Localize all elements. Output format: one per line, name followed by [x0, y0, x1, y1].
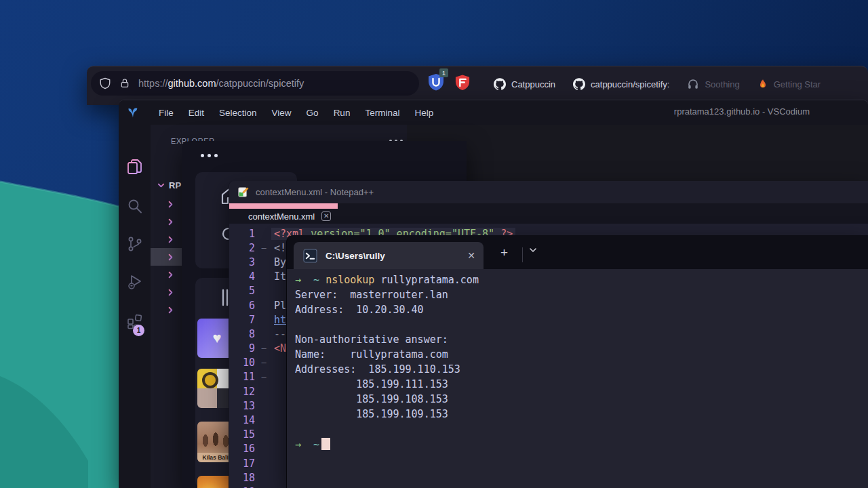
terminal-line: → ~: [295, 438, 868, 453]
menu-terminal[interactable]: Terminal: [357, 105, 407, 121]
extensions-badge: 1: [133, 325, 144, 336]
tab-contextmenu-xml[interactable]: contextMenu.xml ✕: [248, 211, 331, 222]
chevron-right-icon: [165, 270, 176, 280]
notepad-window-title: contextMenu.xml - Notepad++: [256, 187, 374, 197]
bookmark-getting-started[interactable]: Getting Star: [757, 78, 821, 90]
activity-bar: 1: [119, 125, 151, 488]
menu-bar: File Edit Selection View Go Run Terminal…: [151, 105, 441, 121]
menu-selection[interactable]: Selection: [212, 105, 264, 121]
chevron-right-icon: [165, 199, 176, 209]
chevron-right-icon: [165, 235, 176, 245]
menu-file[interactable]: File: [151, 105, 181, 121]
red-shield-extension-icon[interactable]: [455, 74, 470, 91]
notepad-titlebar: contextMenu.xml - Notepad++: [229, 181, 868, 203]
explorer-files-icon[interactable]: [126, 158, 144, 176]
bookmark-label: catppuccin/spicetify:: [591, 79, 669, 89]
terminal-line: Non-authoritative answer:: [295, 333, 868, 348]
source-control-icon[interactable]: [126, 235, 144, 253]
terminal-line: Name: rullypratama.com: [295, 348, 868, 363]
terminal-icon: [303, 249, 317, 263]
terminal-tab-close-icon[interactable]: ✕: [467, 250, 475, 261]
bookmarks-bar: Catppuccin catppuccin/spicetify: Soothin…: [494, 73, 821, 95]
album-art: [197, 369, 217, 388]
new-tab-icon[interactable]: +: [500, 246, 508, 259]
ublock-badge: 1: [439, 68, 448, 77]
terminal-line: 185.199.108.153: [295, 393, 868, 408]
chevron-right-icon: [165, 287, 176, 298]
notepad-app-icon: [237, 186, 249, 198]
tracking-shield-icon[interactable]: [99, 77, 111, 89]
bookmark-catppuccin[interactable]: Catppuccin: [494, 78, 555, 90]
desktop: { "colors": { "fg": "#c6cbe8", "green": …: [0, 0, 868, 488]
ublock-extension-icon[interactable]: 1: [428, 73, 444, 91]
bookmark-label: Getting Star: [774, 79, 821, 89]
run-debug-icon[interactable]: [126, 273, 144, 291]
spotify-more-icon[interactable]: [201, 154, 218, 157]
bookmark-spicetify[interactable]: catppuccin/spicetify:: [573, 78, 669, 90]
terminal-line: Addresses: 185.199.110.153: [295, 363, 868, 378]
notepad-tab-bar: contextMenu.xml ✕: [229, 209, 868, 224]
heart-icon: ♥: [212, 329, 221, 347]
terminal-line: → ~ nslookup rullypratama.com: [295, 274, 868, 289]
github-icon: [573, 78, 585, 90]
url-bar[interactable]: https://github.com/catppuccin/spicetify: [91, 71, 419, 96]
window-title: rpratama123.github.io - VSCodium: [674, 106, 810, 117]
terminal-window: C:\Users\rully ✕ + → ~ nslookup rullypra…: [286, 235, 868, 488]
lock-icon[interactable]: [119, 77, 130, 89]
terminal-line: Server: masterrouter.lan: [295, 289, 868, 304]
flame-icon: [757, 78, 768, 90]
explorer-root-folder[interactable]: RP: [156, 180, 181, 190]
headphones-icon: [687, 78, 699, 90]
album-art: [197, 388, 217, 408]
active-tab-accent-bar: [229, 203, 338, 209]
terminal-tab[interactable]: C:\Users\rully ✕: [294, 242, 484, 269]
menu-go[interactable]: Go: [299, 105, 326, 121]
menu-edit[interactable]: Edit: [181, 105, 212, 121]
menu-view[interactable]: View: [264, 105, 299, 121]
vscodium-titlebar: File Edit Selection View Go Run Terminal…: [119, 100, 868, 125]
terminal-line: [295, 319, 868, 333]
terminal-line: 185.199.109.153: [295, 408, 868, 423]
bookmark-soothing[interactable]: Soothing: [687, 78, 739, 90]
chevron-right-icon: [165, 305, 176, 315]
url-text[interactable]: https://github.com/catppuccin/spicetify: [138, 78, 304, 89]
tab-dropdown-icon[interactable]: [528, 245, 538, 255]
chevron-right-icon: [165, 217, 176, 227]
divider: [522, 247, 523, 262]
tab-strip: [229, 203, 868, 209]
terminal-line: 185.199.111.153: [295, 378, 868, 393]
root-folder-label: RP: [169, 180, 181, 190]
terminal-cursor: [321, 438, 330, 450]
terminal-line: Address: 10.20.30.40: [295, 304, 868, 319]
terminal-line: [295, 423, 868, 438]
tab-close-icon[interactable]: ✕: [321, 211, 331, 221]
menu-help[interactable]: Help: [407, 105, 441, 121]
search-icon[interactable]: [126, 197, 144, 215]
terminal-lines: → ~ nslookup rullypratama.comServer: mas…: [295, 274, 868, 453]
chevron-right-icon: [165, 252, 176, 262]
bookmark-label: Catppuccin: [511, 79, 555, 89]
chevron-down-icon: [156, 180, 166, 190]
terminal-output[interactable]: → ~ nslookup rullypratama.comServer: mas…: [287, 269, 868, 488]
terminal-tab-title: C:\Users\rully: [326, 251, 385, 261]
tab-label: contextMenu.xml: [248, 211, 315, 222]
github-icon: [494, 78, 506, 90]
vscodium-logo-icon: [127, 106, 139, 119]
bookmark-label: Soothing: [705, 79, 739, 89]
menu-run[interactable]: Run: [326, 105, 358, 121]
